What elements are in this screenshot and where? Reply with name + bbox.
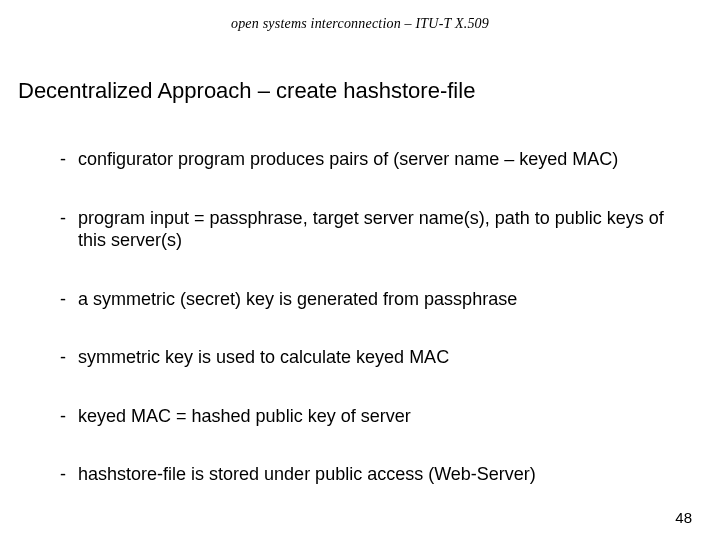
- bullet-text: keyed MAC = hashed public key of server: [78, 405, 680, 428]
- bullet-list: - configurator program produces pairs of…: [60, 148, 680, 486]
- slide: open systems interconnection – ITU-T X.5…: [0, 0, 720, 540]
- list-item: - hashstore-file is stored under public …: [60, 463, 680, 486]
- slide-content: - configurator program produces pairs of…: [60, 148, 680, 486]
- bullet-dash: -: [60, 148, 78, 171]
- list-item: - a symmetric (secret) key is generated …: [60, 288, 680, 311]
- page-number: 48: [675, 509, 692, 526]
- bullet-dash: -: [60, 288, 78, 311]
- list-item: - program input = passphrase, target ser…: [60, 207, 680, 252]
- bullet-dash: -: [60, 405, 78, 428]
- list-item: - configurator program produces pairs of…: [60, 148, 680, 171]
- bullet-dash: -: [60, 207, 78, 230]
- list-item: - keyed MAC = hashed public key of serve…: [60, 405, 680, 428]
- slide-header: open systems interconnection – ITU-T X.5…: [0, 16, 720, 32]
- bullet-dash: -: [60, 346, 78, 369]
- bullet-dash: -: [60, 463, 78, 486]
- bullet-text: symmetric key is used to calculate keyed…: [78, 346, 680, 369]
- bullet-text: hashstore-file is stored under public ac…: [78, 463, 680, 486]
- slide-title: Decentralized Approach – create hashstor…: [18, 78, 475, 104]
- bullet-text: configurator program produces pairs of (…: [78, 148, 680, 171]
- bullet-text: program input = passphrase, target serve…: [78, 207, 680, 252]
- list-item: - symmetric key is used to calculate key…: [60, 346, 680, 369]
- bullet-text: a symmetric (secret) key is generated fr…: [78, 288, 680, 311]
